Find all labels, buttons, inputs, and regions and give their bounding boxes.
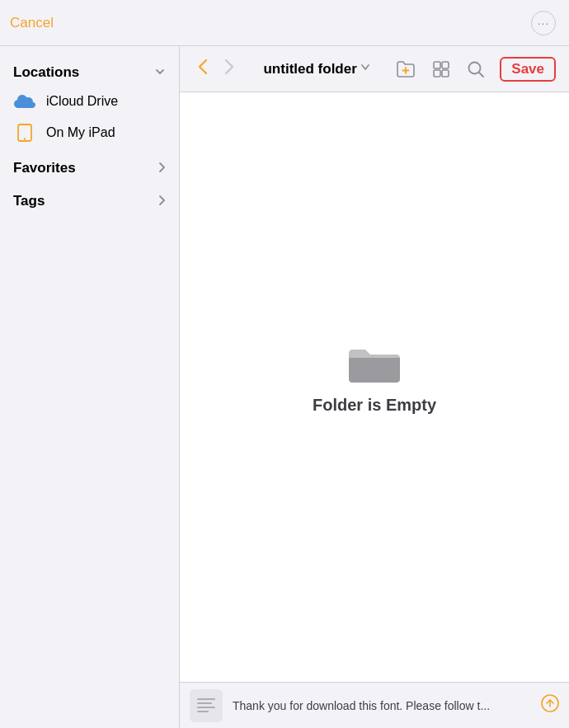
empty-folder-icon: [346, 340, 403, 386]
favorites-section: Favorites: [0, 155, 179, 181]
save-button[interactable]: Save: [500, 57, 556, 82]
locations-header[interactable]: Locations: [0, 59, 179, 86]
bottom-notification[interactable]: Thank you for download this font. Please…: [180, 682, 569, 728]
tags-section: Tags: [0, 188, 179, 214]
locations-chevron-icon: [154, 66, 166, 80]
ipad-device-icon: [13, 124, 36, 142]
locations-section: Locations iCloud Drive: [0, 59, 179, 148]
folder-title-chevron-icon: [360, 62, 370, 77]
tags-title: Tags: [13, 193, 45, 209]
top-bar-left: Cancel: [10, 12, 57, 35]
svg-rect-6: [434, 70, 440, 77]
svg-rect-5: [442, 62, 449, 68]
content-area: untitled folder: [180, 46, 569, 728]
empty-state: Folder is Empty: [180, 92, 569, 728]
top-bar-right: ···: [531, 11, 559, 35]
new-folder-button[interactable]: [394, 59, 417, 80]
sidebar: Locations iCloud Drive: [0, 46, 180, 728]
ipad-label: On My iPad: [46, 125, 115, 140]
notification-text: Thank you for download this font. Please…: [233, 699, 531, 712]
grid-view-button[interactable]: [430, 59, 452, 80]
back-button[interactable]: [193, 55, 213, 82]
sidebar-item-ipad[interactable]: On My iPad: [0, 117, 179, 148]
notification-thumbnail: [190, 689, 223, 722]
folder-title-text: untitled folder: [263, 61, 356, 77]
top-bar: Cancel ···: [0, 0, 569, 46]
search-button[interactable]: [465, 59, 487, 80]
svg-rect-7: [442, 70, 449, 77]
tags-header[interactable]: Tags: [0, 188, 179, 214]
document-thumb-icon: [197, 698, 215, 712]
notification-action-icon[interactable]: [541, 694, 559, 716]
favorites-header[interactable]: Favorites: [0, 155, 179, 181]
cancel-button[interactable]: Cancel: [10, 12, 54, 35]
svg-line-9: [479, 73, 483, 77]
tags-chevron-icon: [158, 194, 166, 209]
main-layout: Locations iCloud Drive: [0, 46, 569, 728]
svg-rect-4: [434, 62, 440, 68]
more-dots-icon: ···: [538, 17, 550, 29]
empty-state-text: Folder is Empty: [313, 396, 436, 415]
forward-button[interactable]: [219, 55, 239, 82]
favorites-chevron-icon: [158, 161, 166, 176]
svg-point-1: [24, 138, 26, 139]
favorites-title: Favorites: [13, 160, 76, 176]
sidebar-item-icloud[interactable]: iCloud Drive: [0, 86, 179, 117]
icloud-label: iCloud Drive: [46, 94, 118, 109]
toolbar-icons: Save: [394, 57, 556, 82]
locations-title: Locations: [13, 64, 79, 81]
icloud-icon: [13, 92, 36, 110]
more-options-button[interactable]: ···: [531, 11, 556, 35]
folder-title-area[interactable]: untitled folder: [246, 61, 388, 77]
content-toolbar: untitled folder: [180, 46, 569, 92]
